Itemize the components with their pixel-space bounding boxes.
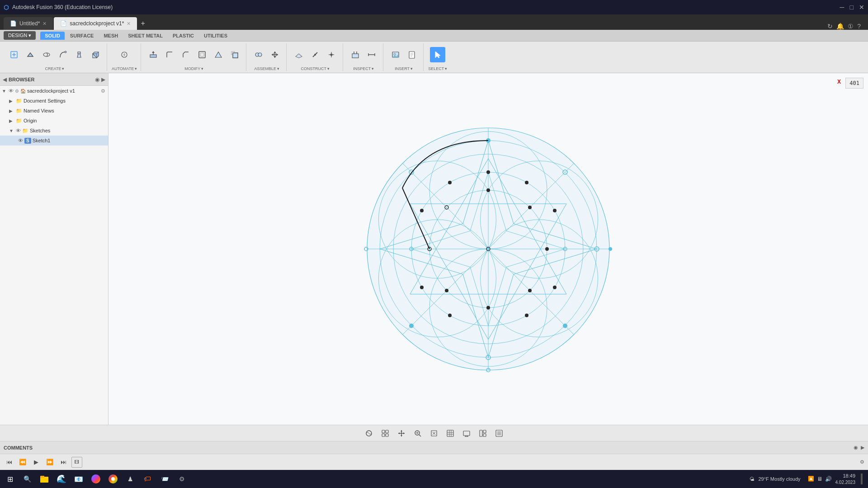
taskbar-app3-button[interactable]: ⚙ bbox=[174, 471, 190, 487]
taskbar-email-button[interactable]: 📧 bbox=[71, 471, 87, 487]
automate-label[interactable]: AUTOMATE ▾ bbox=[112, 66, 137, 71]
mode-solid[interactable]: SOLID bbox=[40, 32, 65, 40]
tree-item-namedviews[interactable]: ▶ 📁 Named Views bbox=[0, 106, 108, 116]
insert-image-button[interactable] bbox=[388, 47, 403, 62]
sound-icon[interactable]: 🔊 bbox=[825, 476, 832, 482]
taskbar-steam-button[interactable]: ♟ bbox=[122, 471, 138, 487]
next-button[interactable]: ⏩ bbox=[44, 457, 55, 468]
mode-plastic[interactable]: PLASTIC bbox=[168, 32, 198, 40]
taskbar-app1-button[interactable]: 🏷 bbox=[139, 471, 156, 487]
modify-label[interactable]: MODIFY ▾ bbox=[184, 66, 203, 71]
geometry-canvas[interactable] bbox=[362, 122, 615, 375]
tree-gear-project[interactable]: ⚙ bbox=[101, 88, 105, 94]
taskbar-chrome-button[interactable] bbox=[105, 471, 121, 487]
wifi-icon[interactable]: 🔼 bbox=[808, 476, 814, 482]
viewport[interactable]: X 401 bbox=[108, 73, 868, 425]
measure-button[interactable] bbox=[364, 47, 379, 62]
browser-hide-icon[interactable]: ◉ bbox=[95, 76, 99, 83]
sweep-button[interactable] bbox=[55, 47, 71, 62]
taskbar-edge-button[interactable]: 🌊 bbox=[53, 471, 70, 487]
loft-button[interactable] bbox=[71, 47, 87, 62]
construct-plane-button[interactable] bbox=[291, 47, 307, 62]
play-button[interactable]: ▶ bbox=[31, 457, 42, 468]
layout-button[interactable] bbox=[476, 427, 489, 440]
taskbar-search-button[interactable]: 🔍 bbox=[19, 471, 35, 487]
network-icon[interactable]: 🖥 bbox=[817, 476, 822, 482]
tab-untitled[interactable]: 📄 Untitled* ✕ bbox=[4, 17, 53, 30]
more-settings-button[interactable] bbox=[493, 427, 505, 440]
account-button[interactable]: ① bbox=[848, 23, 854, 30]
construct-axis-button[interactable] bbox=[307, 47, 323, 62]
display-settings-button[interactable] bbox=[460, 427, 473, 440]
mode-utilities[interactable]: UTILITIES bbox=[199, 32, 232, 40]
tree-item-sketch1[interactable]: 👁 S Sketch1 bbox=[0, 136, 108, 145]
fillet-button[interactable] bbox=[162, 47, 177, 62]
skip-back-button[interactable]: ⏮ bbox=[4, 457, 14, 468]
presspull-button[interactable] bbox=[146, 47, 161, 62]
new-component-button[interactable] bbox=[6, 47, 22, 62]
construct-label[interactable]: CONSTRUCT ▾ bbox=[301, 66, 330, 71]
mode-surface[interactable]: SURFACE bbox=[66, 32, 99, 40]
revolve-button[interactable] bbox=[39, 47, 54, 62]
tab-sacredclock[interactable]: 📄 sacredclockproject v1* ✕ bbox=[54, 17, 137, 30]
automate-button[interactable] bbox=[117, 47, 132, 62]
taskbar-photos-button[interactable] bbox=[88, 471, 104, 487]
design-dropdown[interactable]: DESIGN ▾ bbox=[4, 31, 36, 40]
create-label[interactable]: CREATE ▾ bbox=[45, 66, 65, 71]
taskbar-app2-button[interactable]: 📨 bbox=[156, 471, 173, 487]
tree-eye-sketch1[interactable]: 👁 bbox=[18, 138, 23, 143]
comments-expand-icon[interactable]: ▶ bbox=[861, 445, 864, 450]
insert-label[interactable]: INSERT ▾ bbox=[395, 66, 413, 71]
box-button[interactable] bbox=[88, 47, 103, 62]
tree-item-project[interactable]: ▼ 👁 ⚙ 🏠 sacredclockproject v1 ⚙ bbox=[0, 86, 108, 96]
show-desktop-button[interactable] bbox=[861, 474, 863, 484]
orbit-button[interactable] bbox=[363, 427, 375, 440]
taskbar-explorer-button[interactable] bbox=[36, 471, 52, 487]
maximize-button[interactable]: □ bbox=[850, 4, 854, 11]
chamfer-button[interactable] bbox=[178, 47, 193, 62]
tree-eye-project[interactable]: 👁 bbox=[9, 88, 14, 94]
notifications-button[interactable]: 🔔 bbox=[836, 23, 844, 30]
tree-item-origin[interactable]: ▶ 📁 Origin bbox=[0, 116, 108, 126]
insert-svg-button[interactable] bbox=[404, 47, 420, 62]
help-button[interactable]: ? bbox=[857, 23, 861, 30]
skip-forward-button[interactable]: ⏭ bbox=[58, 457, 69, 468]
close-button[interactable]: ✕ bbox=[859, 4, 864, 11]
scale-button[interactable] bbox=[227, 47, 242, 62]
add-tab-button[interactable]: + bbox=[138, 17, 147, 30]
keyframe-button[interactable]: 🎞 bbox=[71, 457, 82, 468]
svg-rect-106 bbox=[386, 434, 388, 436]
tab-close-untitled[interactable]: ✕ bbox=[42, 21, 47, 27]
look-at-button[interactable] bbox=[379, 427, 392, 440]
inspect-button[interactable] bbox=[348, 47, 363, 62]
joint-button[interactable] bbox=[251, 47, 266, 62]
clock[interactable]: 18:49 4.02.2023 bbox=[835, 473, 856, 485]
browser-collapse-icon[interactable]: ◀ bbox=[3, 76, 7, 83]
shell-button[interactable] bbox=[194, 47, 210, 62]
select-button[interactable] bbox=[430, 47, 445, 62]
extrude-button[interactable] bbox=[23, 47, 38, 62]
zoom-button[interactable] bbox=[411, 427, 424, 440]
assemble-move-button[interactable] bbox=[267, 47, 283, 62]
browser-expand-icon[interactable]: ▶ bbox=[101, 76, 105, 83]
inspect-label[interactable]: INSPECT ▾ bbox=[353, 66, 374, 71]
pan-button[interactable] bbox=[395, 427, 408, 440]
tree-item-sketches[interactable]: ▼ 👁 📁 Sketches bbox=[0, 126, 108, 136]
grid-settings-button[interactable] bbox=[444, 427, 457, 440]
select-label[interactable]: SELECT ▾ bbox=[428, 66, 447, 71]
tree-eye-sketches[interactable]: 👁 bbox=[16, 128, 21, 133]
minimize-button[interactable]: ─ bbox=[840, 4, 844, 11]
assemble-label[interactable]: ASSEMBLE ▾ bbox=[254, 66, 279, 71]
fit-button[interactable] bbox=[428, 427, 440, 440]
prev-button[interactable]: ⏪ bbox=[17, 457, 28, 468]
construct-point-button[interactable] bbox=[324, 47, 339, 62]
windows-start-button[interactable]: ⊞ bbox=[2, 471, 18, 487]
refresh-button[interactable]: ↻ bbox=[827, 23, 833, 30]
tab-close-sacredclock[interactable]: ✕ bbox=[127, 21, 131, 27]
draft-button[interactable] bbox=[211, 47, 226, 62]
comments-hide-icon[interactable]: ◉ bbox=[854, 445, 858, 450]
timeline-settings-button[interactable]: ⚙ bbox=[860, 459, 864, 465]
mode-mesh[interactable]: MESH bbox=[99, 32, 123, 40]
mode-sheetmetal[interactable]: SHEET METAL bbox=[123, 32, 167, 40]
tree-item-docsettings[interactable]: ▶ 📁 Document Settings bbox=[0, 96, 108, 106]
